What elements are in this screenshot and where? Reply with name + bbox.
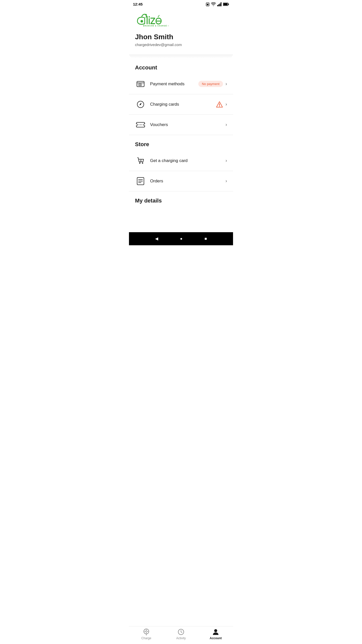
svg-rect-2 <box>207 4 207 4</box>
get-charging-card-chevron: › <box>225 158 227 163</box>
payment-methods-chevron: › <box>225 81 227 87</box>
svg-rect-5 <box>218 4 219 6</box>
svg-point-23 <box>219 106 220 107</box>
android-home-button[interactable]: ● <box>180 236 183 241</box>
get-charging-card-icon <box>135 155 146 166</box>
get-charging-card-label: Get a charging card <box>150 158 225 163</box>
sim-icon-1 <box>206 2 210 6</box>
menu-item-get-charging-card[interactable]: Get a charging card › <box>129 151 233 171</box>
svg-rect-4 <box>217 5 218 6</box>
vouchers-label: Vouchers <box>150 122 225 127</box>
orders-label: Orders <box>150 179 225 184</box>
svg-rect-6 <box>219 4 220 6</box>
android-back-button[interactable]: ◀ <box>155 236 158 241</box>
signal-icon <box>217 2 222 6</box>
main-content: Account Payment methods No payment › Cha… <box>129 58 233 232</box>
section-title-store: Store <box>129 135 233 151</box>
svg-rect-13 <box>147 16 148 24</box>
charging-cards-chevron: › <box>225 102 227 107</box>
profile-section: BRANCHÉ & CHARGÉ ! Jhon Smith chargedriv… <box>129 7 233 54</box>
battery-icon <box>223 2 229 6</box>
section-title-account: Account <box>129 58 233 74</box>
svg-point-12 <box>145 14 147 15</box>
orders-icon <box>135 176 146 187</box>
user-email: chargedrivedev@gmail.com <box>135 43 227 47</box>
svg-point-20 <box>140 84 142 86</box>
logo-area: BRANCHÉ & CHARGÉ ! <box>135 12 227 28</box>
svg-point-26 <box>144 124 145 126</box>
payment-methods-badge: No payment <box>198 81 223 87</box>
warning-icon <box>216 101 223 108</box>
svg-rect-9 <box>228 4 229 5</box>
status-bar: 12:45 <box>129 0 233 7</box>
svg-rect-3 <box>208 4 208 4</box>
svg-text:BRANCHÉ & CHARGÉ !: BRANCHÉ & CHARGÉ ! <box>143 25 169 27</box>
status-icons <box>206 2 229 6</box>
wifi-icon <box>211 2 216 6</box>
svg-point-31 <box>142 162 143 164</box>
menu-item-vouchers[interactable]: Vouchers › <box>129 115 233 135</box>
charging-cards-label: Charging cards <box>150 102 216 107</box>
svg-rect-7 <box>221 2 222 6</box>
alize-logo: BRANCHÉ & CHARGÉ ! <box>135 12 180 27</box>
svg-point-30 <box>139 162 141 164</box>
svg-rect-10 <box>223 3 228 5</box>
menu-item-orders[interactable]: Orders › <box>129 171 233 191</box>
svg-point-25 <box>136 124 138 126</box>
menu-item-payment-methods[interactable]: Payment methods No payment › <box>129 74 233 94</box>
android-recent-button[interactable]: ■ <box>205 236 207 241</box>
svg-point-11 <box>141 20 143 22</box>
vouchers-icon <box>135 119 146 130</box>
vouchers-chevron: › <box>225 122 227 127</box>
status-time: 12:45 <box>133 2 143 6</box>
svg-rect-14 <box>149 18 150 24</box>
user-name: Jhon Smith <box>135 33 227 41</box>
svg-rect-1 <box>207 4 208 5</box>
orders-chevron: › <box>225 178 227 184</box>
section-title-my-details: My details <box>129 191 233 207</box>
payment-methods-label: Payment methods <box>150 82 198 87</box>
charging-cards-icon <box>135 99 146 110</box>
menu-item-charging-cards[interactable]: Charging cards › <box>129 94 233 115</box>
android-nav-bar: ◀ ● ■ <box>129 232 233 245</box>
payment-methods-icon <box>135 78 146 90</box>
svg-point-15 <box>149 16 150 17</box>
